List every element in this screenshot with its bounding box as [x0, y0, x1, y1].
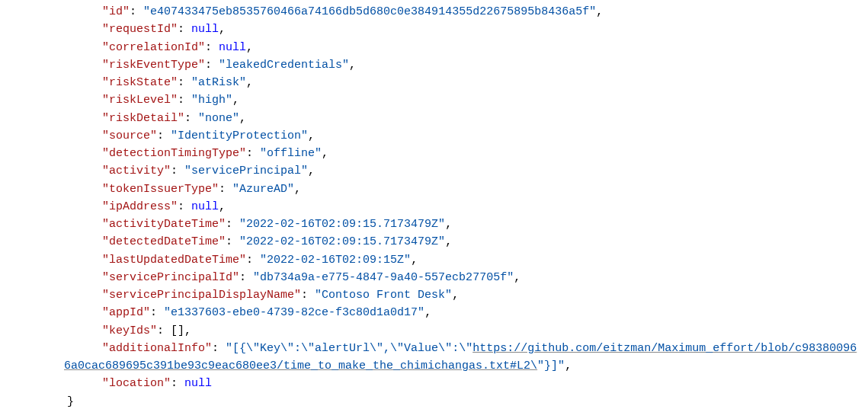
- json-string-value: "[{\"Key\":\"alertUrl\",\"Value\":\": [226, 342, 472, 355]
- json-line-detectedDateTime: "detectedDateTime": "2022-02-16T02:09:15…: [6, 233, 862, 251]
- json-line-location: "location": null: [6, 375, 862, 392]
- json-string-value: "atRisk": [191, 76, 246, 89]
- json-string-value: "}]": [537, 359, 565, 372]
- json-string-value: "none": [198, 112, 239, 125]
- json-line-additionalInfo: "additionalInfo": "[{\"Key\":\"alertUrl\…: [6, 340, 862, 375]
- json-line-activity: "activity": "servicePrincipal",: [6, 162, 862, 180]
- json-string-value: "offline": [260, 147, 322, 160]
- json-line-lastUpdatedDateTime: "lastUpdatedDateTime": "2022-02-16T02:09…: [6, 251, 862, 269]
- json-key: "detectionTimingType": [102, 147, 246, 160]
- json-line-riskLevel: "riskLevel": "high",: [6, 91, 862, 109]
- json-key: "ipAddress": [102, 200, 178, 213]
- json-string-value: "2022-02-16T02:09:15.7173479Z": [239, 235, 445, 248]
- json-null-value: null: [219, 41, 246, 54]
- json-line-id: "id": "e407433475eb8535760466a74166db5d6…: [6, 3, 862, 21]
- json-key: "activityDateTime": [102, 218, 226, 231]
- json-string-value: "e1337603-ebe0-4739-82ce-f3c80d1a0d17": [164, 306, 424, 319]
- json-string-value: "leakedCredentials": [219, 59, 349, 72]
- json-string-value: "db734a9a-e775-4847-9a40-557ecb27705f": [253, 271, 514, 284]
- json-key: "lastUpdatedDateTime": [102, 254, 246, 267]
- json-line-keyIds: "keyIds": [],: [6, 322, 862, 340]
- json-string-value: "IdentityProtection": [171, 129, 308, 142]
- json-key: "keyIds": [102, 324, 157, 337]
- json-line-servicePrincipalDisplayName: "servicePrincipalDisplayName": "Contoso …: [6, 286, 862, 304]
- json-line-tokenIssuerType: "tokenIssuerType": "AzureAD",: [6, 181, 862, 198]
- json-array-value: []: [171, 324, 184, 337]
- json-string-value: "e407433475eb8535760466a74166db5d680c0e3…: [143, 5, 596, 18]
- json-line-correlationId: "correlationId": null,: [6, 39, 862, 56]
- json-key: "tokenIssuerType": [102, 183, 219, 196]
- json-key: "detectedDateTime": [102, 235, 226, 248]
- json-key: "servicePrincipalDisplayName": [102, 289, 301, 302]
- code-block: "id": "e407433475eb8535760466a74166db5d6…: [0, 0, 868, 409]
- json-line-riskDetail: "riskDetail": "none",: [6, 110, 862, 127]
- json-key: "correlationId": [102, 41, 205, 54]
- json-line-riskState: "riskState": "atRisk",: [6, 74, 862, 91]
- json-key: "location": [102, 377, 171, 390]
- json-null-value: null: [191, 200, 219, 213]
- json-string-value: "Contoso Front Desk": [315, 289, 452, 302]
- json-string-value: "2022-02-16T02:09:15Z": [260, 254, 411, 267]
- json-close-brace: }: [6, 393, 862, 410]
- json-string-value: "2022-02-16T02:09:15.7173479Z": [239, 218, 445, 231]
- json-key: "source": [102, 129, 157, 142]
- json-line-source: "source": "IdentityProtection",: [6, 127, 862, 145]
- json-line-appId: "appId": "e1337603-ebe0-4739-82ce-f3c80d…: [6, 304, 862, 321]
- json-null-value: null: [184, 377, 212, 390]
- json-key: "appId": [102, 306, 150, 319]
- json-line-riskEventType: "riskEventType": "leakedCredentials",: [6, 56, 862, 74]
- json-key: "riskState": [102, 76, 178, 89]
- json-key: "riskLevel": [102, 94, 178, 107]
- json-string-value: "AzureAD": [232, 183, 294, 196]
- json-key: "additionalInfo": [102, 342, 212, 355]
- json-string-value: "high": [191, 94, 232, 107]
- json-content: "id": "e407433475eb8535760466a74166db5d6…: [6, 3, 862, 409]
- json-null-value: null: [191, 23, 219, 36]
- json-key: "riskEventType": [102, 59, 205, 72]
- json-key: "id": [102, 5, 130, 18]
- json-line-requestId: "requestId": null,: [6, 21, 862, 38]
- json-key: "servicePrincipalId": [102, 271, 239, 284]
- json-line-detectionTimingType: "detectionTimingType": "offline",: [6, 145, 862, 162]
- json-line-ipAddress: "ipAddress": null,: [6, 198, 862, 216]
- json-line-activityDateTime: "activityDateTime": "2022-02-16T02:09:15…: [6, 216, 862, 233]
- json-key: "requestId": [102, 23, 178, 36]
- json-key: "riskDetail": [102, 112, 184, 125]
- json-key: "activity": [102, 165, 171, 177]
- json-string-value: "servicePrincipal": [184, 165, 308, 177]
- json-line-servicePrincipalId: "servicePrincipalId": "db734a9a-e775-484…: [6, 269, 862, 286]
